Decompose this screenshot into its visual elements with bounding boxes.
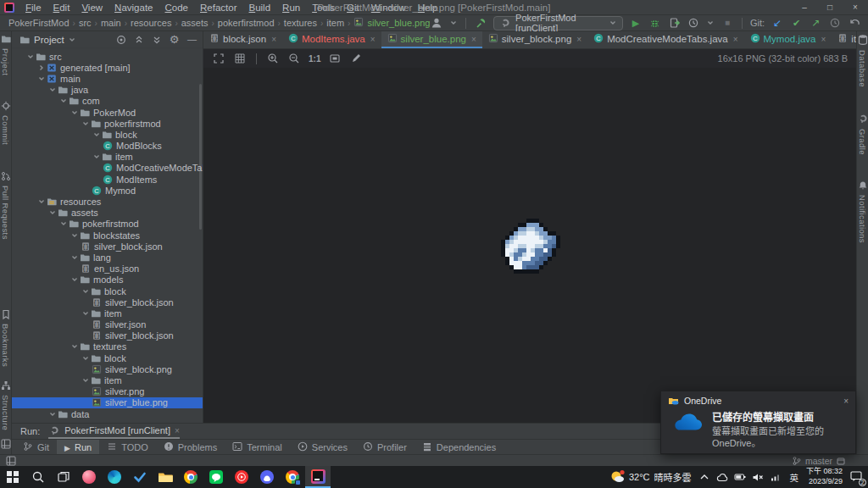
locate-file-button[interactable] bbox=[114, 33, 128, 47]
chevron-down-icon[interactable] bbox=[47, 86, 58, 94]
tab-item-silver-block-json[interactable]: {}item\silver_block.json× bbox=[832, 31, 856, 48]
input-language-indicator[interactable]: 英 bbox=[789, 471, 798, 484]
close-icon[interactable]: × bbox=[821, 35, 826, 44]
hide-panel-button[interactable]: — bbox=[185, 33, 199, 47]
chevron-down-icon[interactable] bbox=[81, 119, 91, 128]
chevron-down-icon[interactable] bbox=[36, 197, 47, 206]
taskbar-line-icon[interactable] bbox=[203, 466, 229, 488]
menu-navigate[interactable]: Navigate bbox=[108, 0, 159, 15]
maximize-button[interactable]: □ bbox=[817, 0, 843, 15]
menu-build[interactable]: Build bbox=[243, 0, 277, 15]
tree-item-block[interactable]: block bbox=[12, 129, 203, 140]
chevron-down-icon[interactable] bbox=[92, 152, 102, 161]
chevron-down-icon[interactable] bbox=[706, 16, 715, 30]
tree-item-main[interactable]: main bbox=[12, 73, 203, 84]
tab-modcreativemodetabs-java[interactable]: CModCreativeModeTabs.java× bbox=[587, 31, 743, 48]
tree-item-en-us-json[interactable]: {}en_us.json bbox=[12, 263, 203, 274]
close-icon[interactable]: × bbox=[370, 35, 376, 44]
profiler-button[interactable] bbox=[687, 16, 700, 30]
taskbar-start-button[interactable] bbox=[0, 466, 25, 488]
tree-item-moditems[interactable]: CModItems bbox=[12, 174, 203, 185]
project-panel-title[interactable]: Project bbox=[34, 35, 64, 45]
tool-window-button-terminal[interactable]: Terminal bbox=[225, 440, 290, 454]
tree-item-item[interactable]: item bbox=[12, 374, 203, 385]
settings-gear-icon[interactable]: ⚙ bbox=[167, 33, 181, 47]
tree-item-block[interactable]: block bbox=[12, 286, 203, 297]
chevron-down-icon[interactable] bbox=[81, 287, 91, 296]
volume-muted-icon[interactable] bbox=[752, 471, 764, 483]
chevron-right-icon[interactable] bbox=[36, 64, 47, 72]
tree-item-silver-block-json[interactable]: {}silver_block.json bbox=[12, 297, 203, 308]
taskbar-idea-icon[interactable] bbox=[305, 466, 331, 488]
tool-window-button-services[interactable]: Services bbox=[290, 440, 355, 454]
tool-window-button-structure[interactable]: Structure bbox=[1, 380, 11, 430]
weather-widget[interactable]: 32°C 晴時多雲 bbox=[609, 469, 692, 485]
onedrive-notification-body[interactable]: 已儲存的螢幕擷取畫面 螢幕擷取畫面已新增至您的 OneDrive。 bbox=[661, 410, 855, 450]
edit-image-icon[interactable] bbox=[349, 52, 363, 65]
tree-item-pokerfirstmod[interactable]: pokerfirstmod bbox=[12, 219, 203, 230]
close-icon[interactable]: × bbox=[471, 35, 476, 44]
action-center-button[interactable]: 2 bbox=[850, 470, 863, 484]
tree-item-item[interactable]: item bbox=[12, 308, 203, 319]
chevron-down-icon[interactable] bbox=[70, 231, 80, 240]
chevron-down-icon[interactable] bbox=[68, 33, 76, 47]
chevron-down-icon[interactable] bbox=[92, 130, 102, 139]
chevron-down-icon[interactable] bbox=[81, 376, 91, 385]
tool-window-button-project[interactable]: Project bbox=[1, 34, 11, 75]
debug-button[interactable] bbox=[648, 16, 662, 30]
tool-window-button-database[interactable]: Database bbox=[858, 34, 868, 87]
taskbar-chrome-icon[interactable] bbox=[178, 466, 203, 488]
tab-block-json[interactable]: {}block.json× bbox=[203, 31, 282, 48]
tool-window-button-commit[interactable]: Commit bbox=[1, 101, 11, 145]
zoom-out-icon[interactable] bbox=[287, 52, 301, 65]
chevron-down-icon[interactable] bbox=[70, 108, 80, 117]
tree-item-silver-json[interactable]: {}silver.json bbox=[12, 319, 203, 330]
breadcrumb-item-assets[interactable]: assets bbox=[181, 18, 209, 28]
breadcrumb-item-item[interactable]: item bbox=[326, 18, 344, 28]
chevron-down-icon[interactable] bbox=[47, 410, 58, 419]
tool-window-button-run[interactable]: ▶Run bbox=[57, 440, 99, 454]
tool-window-button-bookmarks[interactable]: Bookmarks bbox=[1, 309, 11, 367]
tree-item-generated-main-[interactable]: generated [main] bbox=[12, 62, 203, 73]
close-icon[interactable]: × bbox=[576, 35, 581, 44]
tool-window-button-todo[interactable]: TODO bbox=[99, 440, 156, 454]
collapse-all-button[interactable] bbox=[149, 33, 164, 47]
tree-item-pokermod[interactable]: PokerMod bbox=[12, 107, 203, 118]
chevron-down-icon[interactable] bbox=[81, 309, 91, 318]
close-icon[interactable]: × bbox=[271, 35, 276, 44]
tree-item-java[interactable]: java bbox=[12, 85, 203, 96]
network-icon[interactable] bbox=[770, 471, 782, 483]
breadcrumb-item-textures[interactable]: textures bbox=[284, 18, 317, 28]
fit-zoom-icon[interactable] bbox=[212, 52, 225, 65]
tray-expand-icon[interactable] bbox=[698, 471, 710, 483]
close-icon[interactable]: × bbox=[733, 35, 738, 44]
tool-window-layout-icon[interactable] bbox=[0, 437, 13, 451]
history-button[interactable] bbox=[828, 16, 842, 30]
chevron-down-icon[interactable] bbox=[58, 97, 69, 105]
grid-toggle-icon[interactable] bbox=[233, 52, 247, 65]
close-icon[interactable]: × bbox=[843, 396, 849, 406]
breadcrumb-item-pokerfirstmod[interactable]: PokerFirstMod bbox=[8, 18, 70, 28]
breadcrumb-item-main[interactable]: main bbox=[101, 18, 121, 28]
tab-moditems-java[interactable]: CModItems.java× bbox=[282, 31, 381, 48]
chevron-down-icon[interactable] bbox=[70, 275, 80, 284]
tree-item-silver-png[interactable]: silver.png bbox=[12, 386, 203, 397]
tree-item-modblocks[interactable]: CModBlocks bbox=[12, 141, 203, 152]
minimize-button[interactable]: – bbox=[792, 0, 817, 15]
chevron-down-icon[interactable] bbox=[70, 342, 80, 351]
tool-window-button-profiler[interactable]: Profiler bbox=[355, 440, 415, 454]
tree-item-silver-block-png[interactable]: silver_block.png bbox=[12, 363, 203, 374]
breadcrumb-item-resources[interactable]: resources bbox=[131, 18, 171, 28]
taskbar-clock[interactable]: 下午 08:32 2023/9/29 bbox=[806, 467, 843, 486]
taskbar-ytmusic-icon[interactable] bbox=[229, 466, 254, 488]
tab-silver-blue-png[interactable]: silver_blue.png× bbox=[381, 31, 482, 48]
battery-icon[interactable] bbox=[734, 471, 746, 483]
tree-item-assets[interactable]: assets bbox=[12, 208, 203, 219]
menu-run[interactable]: Run bbox=[276, 0, 306, 15]
tree-item-src[interactable]: src bbox=[12, 51, 203, 62]
run-with-coverage-button[interactable] bbox=[668, 16, 682, 30]
tool-window-button-git[interactable]: Git bbox=[15, 440, 57, 454]
menu-edit[interactable]: Edit bbox=[47, 0, 76, 15]
project-scrollbar[interactable] bbox=[199, 84, 202, 230]
tool-window-button-pull-requests[interactable]: Pull Requests bbox=[1, 171, 11, 240]
